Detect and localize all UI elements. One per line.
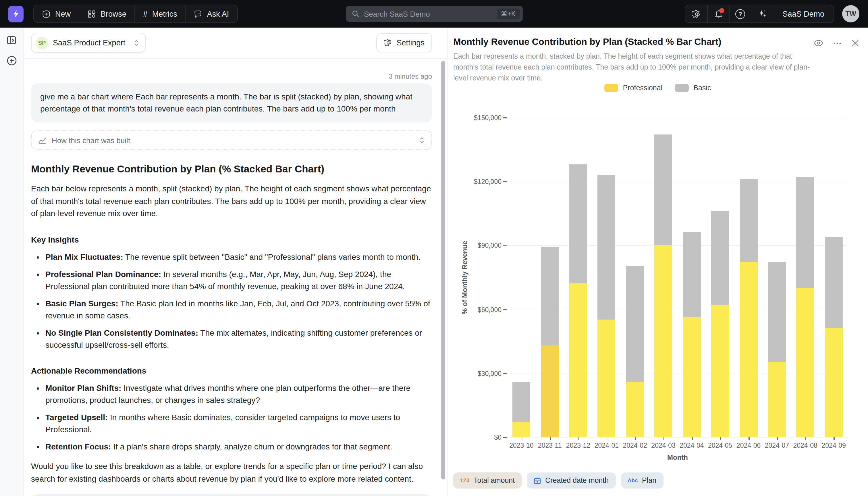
- agent-selector[interactable]: SP SaaS Product Expert: [31, 33, 146, 53]
- nav-right-cluster: ? SaaS Demo TW: [685, 4, 859, 23]
- response-title: Monthly Revenue Contribution by Plan (% …: [31, 163, 432, 175]
- legend-swatch-professional: [605, 84, 618, 92]
- bar-2023-12: [569, 164, 587, 437]
- segment-basic: [626, 266, 644, 381]
- chevron-selector-icon: [419, 136, 425, 144]
- gridline: [507, 118, 847, 119]
- y-axis-label: $60,000: [478, 306, 501, 313]
- user-avatar[interactable]: TW: [842, 5, 859, 22]
- segment-professional: [768, 362, 786, 437]
- panel-expand-icon: [6, 34, 17, 46]
- x-axis-tick: [635, 437, 636, 440]
- nav-button-group: New Browse # Metrics Ask AI: [33, 4, 238, 23]
- x-axis-label: 2024-07: [763, 442, 791, 449]
- x-axis-label: 2023-10: [507, 442, 536, 449]
- new-button[interactable]: New: [34, 5, 79, 22]
- y-axis-tick: [503, 437, 507, 438]
- x-axis-label: 2024-02: [621, 442, 649, 449]
- expand-sidebar-button[interactable]: [6, 34, 17, 46]
- settings-gear-button[interactable]: [685, 5, 707, 22]
- how-chart-built-expander[interactable]: How this chart was built: [31, 130, 432, 150]
- search-icon: [351, 10, 359, 18]
- field-tags: 123 Total amount Created date month Abc …: [453, 472, 663, 489]
- x-axis-tick: [607, 437, 608, 440]
- org-switcher[interactable]: SaaS Demo: [773, 5, 834, 22]
- bar-2024-06: [740, 179, 757, 437]
- x-axis-label: 2024-04: [678, 442, 706, 449]
- sparkles-icon: [757, 9, 767, 18]
- x-axis-label: 2024-06: [735, 442, 763, 449]
- agent-settings-button[interactable]: Settings: [376, 33, 432, 52]
- segment-professional: [711, 305, 729, 437]
- user-message-bubble: give me a bar chart where Each bar repre…: [31, 83, 432, 122]
- segment-basic: [541, 247, 559, 345]
- x-axis-tick: [834, 437, 835, 440]
- browse-button[interactable]: Browse: [79, 5, 134, 22]
- gear-icon: [691, 9, 701, 19]
- tag-label: Plan: [642, 477, 656, 484]
- response-intro: Each bar below represents a month, split…: [31, 183, 432, 220]
- browse-grid-icon: [87, 10, 96, 18]
- y-axis-title: % of Monthly Revenue: [461, 241, 469, 314]
- segment-professional: [541, 345, 559, 437]
- tag-plan[interactable]: Abc Plan: [621, 472, 663, 489]
- list-item: Professional Plan Dominance: In several …: [45, 268, 432, 293]
- notifications-button[interactable]: [707, 5, 729, 22]
- list-item: Retention Focus: If a plan's share drops…: [45, 441, 432, 453]
- x-axis-label: 2024-05: [706, 442, 735, 449]
- x-axis-tick: [805, 437, 806, 440]
- chat-scrollbar[interactable]: [441, 61, 445, 479]
- more-options-icon[interactable]: [832, 38, 842, 48]
- chat-bubble-star-icon: [194, 10, 203, 18]
- y-axis-tick: [503, 245, 507, 246]
- x-axis-label: 2023-12: [564, 442, 593, 449]
- segment-professional: [655, 245, 672, 437]
- new-thread-button[interactable]: [5, 55, 17, 67]
- legend-item-basic[interactable]: Basic: [675, 84, 711, 92]
- chart-title: Monthly Revenue Contribution by Plan (St…: [453, 37, 775, 47]
- segment-professional: [598, 320, 615, 437]
- bar-2023-11: [541, 247, 559, 437]
- bar-2024-07: [768, 262, 786, 437]
- list-item: Basic Plan Surges: The Basic plan led in…: [45, 298, 432, 322]
- tag-total-amount[interactable]: 123 Total amount: [453, 472, 521, 489]
- search-input[interactable]: Search SaaS Demo ⌘+K: [345, 6, 523, 22]
- agent-avatar: SP: [36, 36, 48, 49]
- legend-item-professional[interactable]: Professional: [605, 84, 663, 92]
- ask-ai-button[interactable]: Ask AI: [185, 5, 237, 22]
- y-axis-tick: [503, 118, 507, 119]
- tag-label: Created date month: [545, 477, 609, 484]
- x-axis-tick: [720, 437, 721, 440]
- search-placeholder: Search SaaS Demo: [364, 10, 497, 18]
- segment-professional: [825, 328, 843, 437]
- segment-basic: [683, 232, 701, 317]
- y-axis-label: $90,000: [478, 242, 501, 249]
- avatar-initials: TW: [845, 10, 856, 18]
- segment-basic: [598, 175, 615, 320]
- view-eye-icon[interactable]: [814, 38, 824, 48]
- ai-sparkles-button[interactable]: [751, 5, 773, 22]
- calendar-icon: [534, 477, 541, 484]
- metrics-button[interactable]: # Metrics: [134, 5, 185, 22]
- segment-basic: [797, 177, 814, 288]
- x-axis-tick: [777, 437, 778, 440]
- nav-icon-group: ? SaaS Demo: [685, 4, 834, 23]
- close-icon[interactable]: [851, 38, 860, 48]
- bar-2024-08: [797, 177, 814, 437]
- bar-2024-01: [598, 175, 615, 437]
- browse-button-label: Browse: [100, 10, 126, 18]
- x-axis-label: 2024-01: [593, 442, 621, 449]
- x-axis-label: 2024-08: [791, 442, 819, 449]
- tag-created-date-month[interactable]: Created date month: [527, 472, 615, 489]
- help-button[interactable]: ?: [729, 5, 751, 22]
- x-axis-tick: [692, 437, 692, 440]
- x-axis-tick: [578, 437, 579, 440]
- segment-professional: [740, 262, 757, 437]
- bar-2024-05: [711, 211, 729, 437]
- hash-icon: #: [143, 9, 148, 18]
- segment-basic: [711, 211, 729, 305]
- x-axis-tick: [521, 437, 522, 440]
- bar-2024-04: [683, 232, 701, 437]
- segment-professional: [569, 283, 587, 437]
- app-logo[interactable]: [8, 5, 23, 22]
